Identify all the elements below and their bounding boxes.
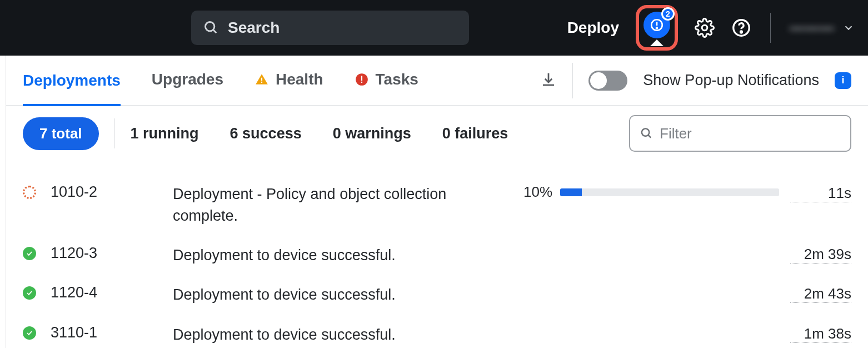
popup-notifications-toggle[interactable] bbox=[588, 71, 627, 91]
filter-total[interactable]: 7 total bbox=[23, 117, 99, 150]
svg-point-0 bbox=[206, 22, 214, 31]
search-icon bbox=[640, 126, 653, 141]
success-icon bbox=[23, 286, 38, 302]
elapsed-time: 1m 38s bbox=[790, 325, 851, 343]
filter-warnings[interactable]: 0 warnings bbox=[333, 125, 411, 142]
tab-health[interactable]: Health bbox=[255, 71, 323, 91]
help-icon bbox=[731, 18, 751, 38]
list-item[interactable]: 1120-3 Deployment to device successful. … bbox=[23, 236, 851, 275]
status-filter-row: 7 total 1 running 6 success 0 warnings 0… bbox=[6, 106, 868, 161]
info-button[interactable]: i bbox=[835, 72, 851, 89]
info-icon: i bbox=[841, 74, 844, 86]
progress-fill bbox=[560, 188, 582, 196]
download-icon bbox=[540, 71, 557, 88]
filter-text-field[interactable] bbox=[660, 125, 840, 142]
list-item[interactable]: 1120-4 Deployment to device successful. … bbox=[23, 275, 851, 315]
user-menu[interactable]: ——— bbox=[790, 19, 855, 37]
search-input[interactable]: Search bbox=[191, 11, 469, 45]
list-item[interactable]: 3110-1 Deployment to device successful. … bbox=[23, 315, 851, 348]
elapsed-time: 2m 39s bbox=[790, 246, 851, 264]
status-message: Deployment to device successful. bbox=[173, 324, 779, 346]
tab-label: Deployments bbox=[23, 72, 121, 90]
svg-point-13 bbox=[642, 128, 649, 136]
help-button[interactable] bbox=[731, 18, 751, 38]
top-actions: Deploy 2 ——— bbox=[567, 5, 855, 51]
svg-rect-8 bbox=[261, 77, 262, 80]
tab-label: Health bbox=[276, 71, 323, 88]
svg-rect-9 bbox=[261, 81, 262, 82]
filter-failures[interactable]: 0 failures bbox=[442, 125, 508, 142]
elapsed-time: 2m 43s bbox=[790, 285, 851, 303]
status-message: Deployment to device successful. bbox=[173, 284, 779, 306]
svg-line-1 bbox=[213, 30, 217, 33]
notification-bell-icon: 2 bbox=[643, 12, 670, 38]
svg-point-5 bbox=[702, 25, 707, 31]
status-message: Deployment - Policy and object collectio… bbox=[173, 183, 523, 227]
filter-running[interactable]: 1 running bbox=[131, 125, 199, 142]
download-button[interactable] bbox=[540, 71, 557, 90]
gear-icon bbox=[695, 18, 715, 38]
device-name: 1120-3 bbox=[51, 245, 173, 262]
svg-point-7 bbox=[741, 31, 742, 33]
progress-percent: 10% bbox=[523, 183, 552, 201]
settings-button[interactable] bbox=[695, 18, 715, 38]
tab-bar-right: Show Pop-up Notifications i bbox=[540, 63, 851, 98]
tab-label: Upgrades bbox=[152, 71, 223, 88]
deploy-button[interactable]: Deploy bbox=[567, 19, 619, 37]
svg-rect-11 bbox=[361, 76, 362, 81]
dropdown-caret-icon bbox=[650, 39, 664, 46]
spinner-icon bbox=[23, 186, 38, 201]
notification-count-badge: 2 bbox=[661, 7, 675, 21]
warning-icon bbox=[255, 72, 269, 87]
tab-deployments[interactable]: Deployments bbox=[23, 72, 121, 106]
deployment-list: 1010-2 Deployment - Policy and object co… bbox=[6, 161, 868, 348]
progress-bar bbox=[560, 188, 779, 196]
search-icon bbox=[203, 20, 219, 36]
tab-tasks[interactable]: Tasks bbox=[355, 71, 418, 91]
divider bbox=[572, 63, 573, 98]
list-item[interactable]: 1010-2 Deployment - Policy and object co… bbox=[23, 175, 851, 236]
divider bbox=[114, 118, 115, 148]
device-name: 1120-4 bbox=[51, 284, 173, 301]
notifications-button[interactable]: 2 bbox=[636, 5, 678, 51]
status-message: Deployment to device successful. bbox=[173, 245, 779, 266]
toggle-knob bbox=[590, 72, 607, 89]
notifications-panel: Deployments Upgrades Health Tasks Show P… bbox=[6, 56, 868, 348]
user-name: ——— bbox=[790, 19, 835, 37]
toggle-label: Show Pop-up Notifications bbox=[643, 72, 819, 89]
svg-point-4 bbox=[656, 27, 657, 28]
tab-upgrades[interactable]: Upgrades bbox=[152, 71, 223, 91]
progress: 10% bbox=[523, 183, 779, 201]
device-name: 1010-2 bbox=[51, 183, 173, 201]
svg-line-14 bbox=[648, 135, 651, 138]
elapsed-time: 11s bbox=[790, 185, 851, 202]
error-icon bbox=[355, 72, 369, 87]
filter-input[interactable] bbox=[629, 115, 851, 152]
tab-label: Tasks bbox=[376, 71, 418, 88]
tab-bar: Deployments Upgrades Health Tasks Show P… bbox=[6, 56, 868, 106]
success-icon bbox=[23, 247, 38, 262]
search-placeholder: Search bbox=[228, 19, 280, 37]
svg-rect-12 bbox=[361, 81, 362, 82]
chevron-down-icon bbox=[842, 22, 855, 34]
device-name: 3110-1 bbox=[51, 324, 173, 341]
divider bbox=[770, 13, 771, 43]
success-icon bbox=[23, 326, 38, 342]
top-bar: Search Deploy 2 ——— bbox=[0, 0, 868, 56]
filter-success[interactable]: 6 success bbox=[230, 125, 302, 142]
